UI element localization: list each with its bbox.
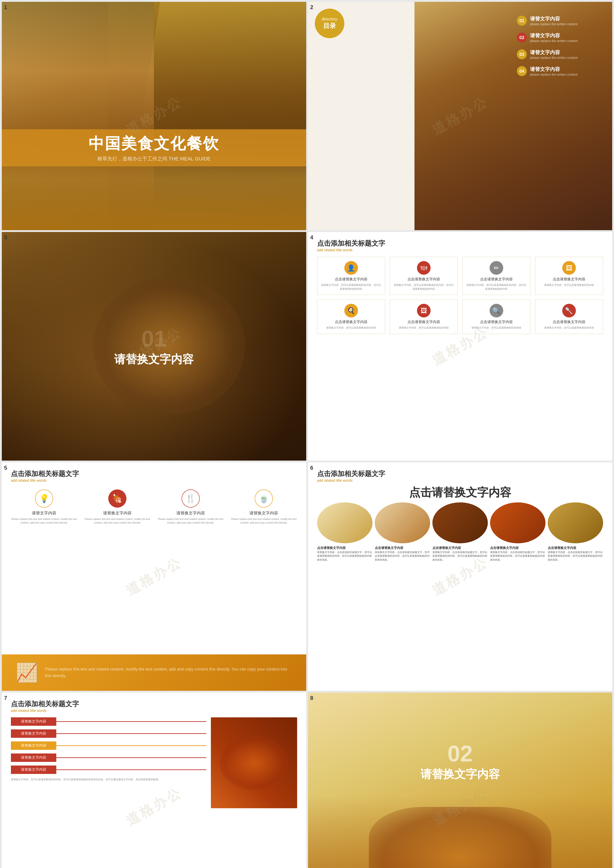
slide5-icon-2: 🍖 [108,490,126,508]
slide4-title-2: 点击请替换文字内容 [393,277,455,282]
slide7-line-5 [56,769,206,770]
slide7-line-1 [56,721,206,722]
slide2-menu-cn-3: 请替文字内容 [530,49,577,56]
slide7-line-4 [56,758,206,758]
slide6-header: 点击添加相关标题文字 add related title words [317,469,603,483]
slide5-title-1: 请替文字内容 [11,510,78,516]
slide6-desc-body-4: 请替换文字内容，点击添加相关标题文字，您可以直接替换相应的内容，也可以直接复制粘… [490,550,546,562]
slide7-header-en: add related title words [11,709,297,713]
slide6-desc-title-4: 点击请替换文字内容 [490,546,546,550]
slide5-icon-item-1: 💡 请替文字内容 Please replace this text and re… [11,490,78,525]
slide6-photo-4 [490,502,546,543]
slide5-text-3: Please replace this text and related con… [157,517,224,525]
slide5-title-3: 请替换文字内容 [157,510,224,516]
slide6-desc-1: 点击请替换文字内容 请替换文字内容，点击添加相关标题文字，您可以直接替换相应的内… [317,546,372,562]
slide4-icon-7: 🔍 [490,304,503,317]
slide4-title-6: 点击请替换文字内容 [393,320,455,325]
slide2-menu-item-1: 01 请替文字内容 please replace the written con… [517,16,603,26]
slide2-menu-text-1: 请替文字内容 please replace the written conten… [530,16,577,26]
slide2-menu-text-2: 请替文字内容 please replace the written conten… [530,32,577,43]
slide-5: 点击添加相关标题文字 add related title words 💡 请替文… [2,462,306,691]
slide4-card-7: 🔍 点击请替换文字内容 请替换文字内容，您可以直接替换相应的内容 [462,299,530,334]
slide5-title-2: 请替换文字内容 [84,510,151,516]
slide6-desc-body-2: 添加相关文字内容，点击添加相关标题文字，您可以直接替换相应的内容，也可以直接复制… [375,550,430,562]
slide2-menu-cn-4: 请替文字内容 [530,66,577,73]
slide6-header-en: add related title words [317,479,603,483]
slide6-photo-3 [433,502,488,543]
slide5-bottom-banner: 📈 Please replace this text and related c… [2,655,306,691]
slide2-menu-num-2: 02 [517,33,527,42]
slide-4: 点击添加相关标题文字 add related title words 👤 点击请… [308,232,612,460]
slide4-card-2: 🍽 点击请替换文字内容 请替换文字内容，您可以直接替换相应的内容，也可以直接复制… [390,257,458,295]
slide6-number: 6 [310,465,313,471]
slide4-icons-row2: 🍳 点击请替换文字内容 请替换文字内容，您可以直接替换相应的内容 🖼 点击请替换… [317,299,603,334]
slide2-menu-item-3: 03 请替文字内容 please replace the written con… [517,49,603,59]
slide4-card-6: 🖼 点击请替换文字内容 请替换文字内容，您可以直接替换相应的内容 [390,299,458,334]
slide4-icon-1: 👤 [344,261,358,275]
slide-1: 中国美食文化餐饮 粮草先行，道格办公于工作之间 THE MEAL GUIDE 1… [2,2,306,230]
slide5-icon-3: 🍴 [181,490,200,508]
slide4-title-4: 点击请替换文字内容 [538,277,600,282]
slide2-menu-cn-1: 请替文字内容 [530,16,577,22]
slide6-food-photos [317,502,603,543]
slide4-icon-3: ✏ [490,261,503,275]
slide3-subtitle: 请替换文字内容 [114,352,194,367]
slide7-bar-2: 请替换文字内容 [11,730,206,738]
slide5-icon-item-3: 🍴 请替换文字内容 Please replace this text and r… [157,490,224,525]
slide2-menu-items: 01 请替文字内容 please replace the written con… [517,16,603,83]
slide1-title-banner: 中国美食文化餐饮 粮草先行，道格办公于工作之间 THE MEAL GUIDE [2,129,306,166]
slide7-line-3 [56,745,206,746]
slide4-text-8: 请替换文字内容，您可以直接替换相应的内容 [538,326,600,330]
slide4-title-3: 点击请替换文字内容 [465,277,527,282]
slide7-food-spot [220,736,288,790]
slide6-desc-body-5: 请替换文字内容，点击添加相关标题文字，您可以直接替换相应的内容，也可以直接复制粘… [548,550,603,562]
slide7-number: 7 [4,695,7,701]
slide5-number: 5 [4,465,7,471]
slide-7: 点击添加相关标题文字 add related title words 请替换文字… [2,692,306,868]
slide6-desc-title-3: 点击请替换文字内容 [433,546,488,550]
slide4-icon-5: 🍳 [344,304,358,317]
slide4-header-cn: 点击添加相关标题文字 [317,239,603,248]
slide5-header-cn: 点击添加相关标题文字 [11,469,297,479]
slide4-header-en: add related title words [317,248,603,252]
slide2-menu-en-4: please replace the written content [530,73,577,76]
slide2-menu-cn-2: 请替文字内容 [530,32,577,39]
slide4-text-4: 请替换文字内容，您可以直接替换相应的内容 [538,283,600,287]
slide6-photo-1 [317,502,372,543]
slide7-header: 点击添加相关标题文字 add related title words [11,699,297,713]
slide4-icon-2: 🍽 [417,261,431,275]
slide6-desc-body-3: 请替换文字内容，点击添加相关标题文字，您可以直接替换相应的内容，也可以直接复制粘… [433,550,488,562]
slide7-label-4: 请替换文字内容 [11,753,56,762]
slide4-text-6: 请替换文字内容，您可以直接替换相应的内容 [393,326,455,330]
slide1-sub-title: 粮草先行，道格办公于工作之间 THE MEAL GUIDE [11,156,297,162]
slide6-main-title: 点击请替换文字内容 [317,485,603,500]
slide8-plate [369,807,551,868]
slide4-title-5: 点击请替换文字内容 [320,320,382,325]
slide4-title-7: 点击请替换文字内容 [465,320,527,325]
slide6-desc-4: 点击请替换文字内容 请替换文字内容，点击添加相关标题文字，您可以直接替换相应的内… [490,546,546,562]
slide6-desc-5: 点击请替换文字内容 请替换文字内容，点击添加相关标题文字，您可以直接替换相应的内… [548,546,603,562]
slide4-icon-4: 🖼 [562,261,576,275]
slide2-menu-num-3: 03 [517,49,527,59]
slide5-header-en: add related title words [11,479,297,483]
slide5-title-4: 请替换文字内容 [231,510,297,516]
slide8-num-large: 02 [420,740,500,767]
slide3-center-content: 01 请替换文字内容 [114,326,194,367]
slide7-label-2: 请替换文字内容 [11,730,56,738]
slide6-food-desc: 点击请替换文字内容 请替换文字内容，点击添加相关标题文字，您可以直接替换相应的内… [317,546,603,562]
slide7-bar-4: 请替换文字内容 [11,753,206,762]
slide2-menu-en-2: please replace the written content [530,39,577,43]
slide5-banner-text: Please replace this text and related con… [45,666,293,679]
slide4-text-7: 请替换文字内容，您可以直接替换相应的内容 [465,326,527,330]
slide8-center-content: 02 请替换文字内容 [420,740,500,782]
slide2-number: 2 [310,4,313,11]
slide3-num-large: 01 [114,326,194,352]
slide7-bar-1: 请替换文字内容 [11,717,206,726]
slide-2: directory 目录 01 请替文字内容 please replace th… [308,2,612,230]
slide4-text-3: 请替换文字内容，您可以直接替换相应的内容，也可以直接复制粘贴的内容 [465,283,527,291]
slide4-header: 点击添加相关标题文字 add related title words [317,239,603,252]
slide4-icon-6: 🖼 [417,304,431,317]
slide2-menu-item-2: 02 请替文字内容 please replace the written con… [517,32,603,43]
slide7-line-2 [56,733,206,734]
slide1-main-title: 中国美食文化餐饮 [11,134,297,154]
